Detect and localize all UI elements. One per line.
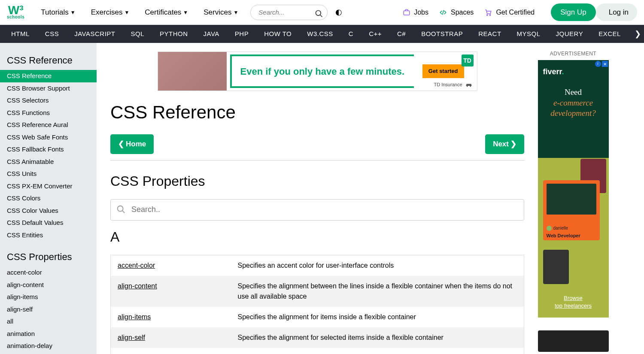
- jobs-link[interactable]: Jobs: [403, 7, 428, 18]
- sidebar-item-css-default-values[interactable]: CSS Default Values: [0, 217, 97, 229]
- login-button[interactable]: Log in: [596, 3, 637, 21]
- secondnav-react[interactable]: REACT: [471, 29, 509, 39]
- ad-info-icon[interactable]: i: [595, 61, 601, 67]
- secondnav-python[interactable]: PYTHON: [152, 29, 196, 39]
- nav-scroll-right-icon[interactable]: ❯: [631, 25, 644, 43]
- ad-image: [158, 52, 227, 91]
- secondnav-sql[interactable]: SQL: [123, 29, 152, 39]
- svg-rect-2: [404, 11, 410, 15]
- ad-card-user: danielle: [547, 225, 596, 231]
- secondnav-c-[interactable]: C#: [389, 29, 413, 39]
- secondnav-php[interactable]: PHP: [227, 29, 256, 39]
- sidebar-item-css-reference[interactable]: CSS Reference: [0, 70, 97, 82]
- sidebar-item-css-browser-support[interactable]: CSS Browser Support: [0, 82, 97, 95]
- sidebar-item-css-functions[interactable]: CSS Functions: [0, 107, 97, 119]
- svg-point-7: [470, 85, 471, 87]
- letter-heading: A: [110, 227, 524, 247]
- nav-exercises[interactable]: Exercises▼: [83, 7, 137, 18]
- property-link-align-items[interactable]: align-items: [118, 313, 151, 321]
- secondnav-javascript[interactable]: JAVASCRIPT: [67, 29, 123, 39]
- ad-close-icon[interactable]: ✕: [602, 61, 608, 67]
- secondnav-java[interactable]: JAVA: [196, 29, 227, 39]
- sidebar-item-css-fallback-fonts[interactable]: CSS Fallback Fonts: [0, 143, 97, 156]
- sidebar-item-css-px-em-converter[interactable]: CSS PX-EM Converter: [0, 180, 97, 193]
- logo[interactable]: W³ schools: [7, 6, 24, 18]
- property-link-accent-color[interactable]: accent-color: [118, 262, 155, 269]
- nav-certificates[interactable]: Certificates▼: [137, 7, 196, 18]
- sidebar-prop-animation-delay[interactable]: animation-delay: [0, 340, 97, 352]
- sidebar-item-css-units[interactable]: CSS Units: [0, 168, 97, 180]
- nav-services[interactable]: Services▼: [196, 7, 246, 18]
- signup-button[interactable]: Sign Up: [551, 3, 595, 21]
- car-icon: [465, 82, 473, 88]
- ad-side-headline: Need e-commerce development?: [543, 87, 604, 119]
- home-button[interactable]: ❮Home: [110, 134, 154, 154]
- chevron-right-icon: ❯: [510, 139, 516, 150]
- svg-line-1: [320, 15, 322, 17]
- next-button[interactable]: Next❯: [485, 134, 524, 154]
- property-link-align-content[interactable]: align-content: [118, 282, 157, 290]
- secondnav-jquery[interactable]: JQUERY: [548, 29, 591, 39]
- logo-top: W³: [8, 6, 24, 15]
- secondnav-w3-css[interactable]: W3.CSS: [299, 29, 341, 39]
- property-link-align-self[interactable]: align-self: [118, 334, 145, 341]
- sidebar-item-css-web-safe-fonts[interactable]: CSS Web Safe Fonts: [0, 131, 97, 144]
- ad-cta-button[interactable]: Get started: [422, 64, 464, 78]
- sidebar-prop-align-content[interactable]: align-content: [0, 279, 97, 291]
- certified-link[interactable]: Get Certified: [484, 7, 535, 18]
- sidebar-prop-accent-color[interactable]: accent-color: [0, 266, 97, 279]
- sidebar-prop-animation-direction[interactable]: animation-direction: [0, 352, 97, 354]
- search-icon[interactable]: [315, 8, 323, 19]
- sidebar: CSS Reference CSS ReferenceCSS Browser S…: [0, 43, 97, 354]
- secondnav-html[interactable]: HTML: [3, 29, 37, 39]
- nav-exercises-label: Exercises: [91, 7, 123, 18]
- secondnav-css[interactable]: CSS: [37, 29, 67, 39]
- sidebar-prop-animation[interactable]: animation: [0, 328, 97, 340]
- sidebar-prop-align-self[interactable]: align-self: [0, 303, 97, 316]
- properties-table: accent-colorSpecifies an accent color fo…: [110, 255, 524, 354]
- property-desc: Specifies the alignment for items inside…: [231, 307, 524, 327]
- sidebar-item-css-selectors[interactable]: CSS Selectors: [0, 94, 97, 107]
- table-row: align-itemsSpecifies the alignment for i…: [111, 307, 524, 327]
- secondnav-bootstrap[interactable]: BOOTSTRAP: [413, 29, 471, 39]
- darkmode-toggle-icon[interactable]: ◐: [335, 6, 342, 18]
- caret-down-icon: ▼: [124, 9, 129, 16]
- main-content: Even if you only have a few minutes. Get…: [97, 43, 535, 354]
- spaces-link[interactable]: Spaces: [439, 7, 474, 18]
- ad-banner-top[interactable]: Even if you only have a few minutes. Get…: [158, 51, 477, 91]
- sidebar-item-css-reference-aural[interactable]: CSS Reference Aural: [0, 119, 97, 131]
- top-navbar: W³ schools Tutorials▼ Exercises▼ Certifi…: [0, 0, 644, 25]
- secondnav-how-to[interactable]: HOW TO: [256, 29, 299, 39]
- secondnav-c-[interactable]: C++: [361, 29, 389, 39]
- property-filter-input[interactable]: [110, 199, 524, 221]
- ad-sidebar-2[interactable]: [538, 330, 609, 352]
- property-desc: Specifies an accent color for user-inter…: [231, 255, 524, 276]
- ad-laptop-image: [547, 184, 596, 215]
- nav-services-label: Services: [204, 7, 231, 18]
- second-navbar: HTMLCSSJAVASCRIPTSQLPYTHONJAVAPHPHOW TOW…: [0, 25, 644, 43]
- secondnav-c[interactable]: C: [341, 29, 361, 39]
- svg-line-9: [122, 210, 125, 213]
- ad-sidebar[interactable]: i ✕ fiverr. Need e-commerce development?…: [538, 60, 609, 318]
- sidebar-item-css-color-values[interactable]: CSS Color Values: [0, 205, 97, 217]
- secondnav-excel[interactable]: EXCEL: [591, 29, 629, 39]
- nav-tutorials[interactable]: Tutorials▼: [33, 7, 83, 18]
- sidebar-item-css-animatable[interactable]: CSS Animatable: [0, 156, 97, 168]
- sidebar-prop-align-items[interactable]: align-items: [0, 291, 97, 303]
- secondnav-mysql[interactable]: MYSQL: [509, 29, 548, 39]
- table-row: accent-colorSpecifies an accent color fo…: [111, 255, 524, 276]
- ad-side-cta[interactable]: Browsetop freelancers: [538, 294, 609, 310]
- svg-point-5: [490, 14, 491, 15]
- svg-point-0: [316, 10, 321, 15]
- sidebar-heading-properties: CSS Properties: [0, 246, 97, 266]
- sidebar-item-css-colors[interactable]: CSS Colors: [0, 192, 97, 205]
- right-links: Jobs Spaces Get Certified Sign UpLog in: [403, 3, 637, 21]
- ad-card-2: danielle Web Developer: [543, 180, 600, 240]
- divider: [110, 160, 524, 160]
- chevron-left-icon: ❮: [118, 139, 124, 150]
- sidebar-item-css-entities[interactable]: CSS Entities: [0, 229, 97, 242]
- table-row: align-contentSpecifies the alignment bet…: [111, 276, 524, 307]
- table-row: allResets all properties (except unicode…: [111, 348, 524, 354]
- sidebar-prop-all[interactable]: all: [0, 315, 97, 328]
- property-desc: Specifies the alignment for selected ite…: [231, 327, 524, 348]
